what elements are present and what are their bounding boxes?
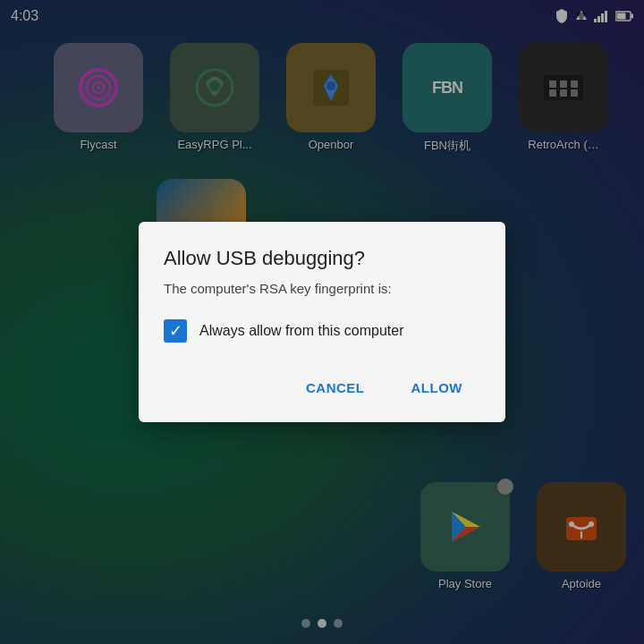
checkmark-icon: ✓ [169,323,182,339]
checkbox-label: Always allow from this computer [199,323,404,339]
cancel-button[interactable]: CANCEL [288,371,383,404]
dialog-title: Allow USB debugging? [164,247,480,270]
checkbox-row[interactable]: ✓ Always allow from this computer [164,319,480,343]
allow-button[interactable]: ALLOW [394,371,480,404]
dialog-overlay: Allow USB debugging? The computer's RSA … [0,0,644,644]
dialog-buttons: CANCEL ALLOW [164,371,480,404]
always-allow-checkbox[interactable]: ✓ [164,319,187,343]
dialog-body: The computer's RSA key fingerprint is: [164,279,480,298]
usb-debug-dialog: Allow USB debugging? The computer's RSA … [139,222,505,422]
